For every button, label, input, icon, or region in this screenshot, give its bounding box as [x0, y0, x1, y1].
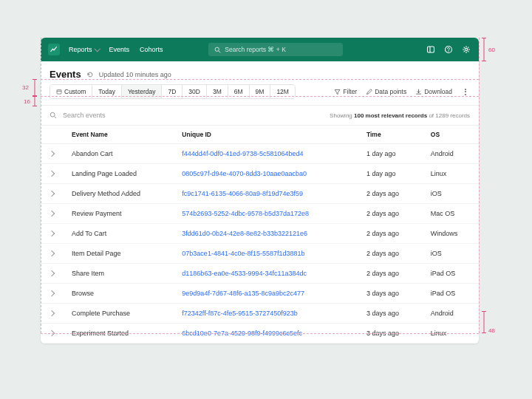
cell-os: iOS: [422, 244, 479, 264]
expand-toggle[interactable]: [41, 284, 63, 304]
cell-os: Windows: [422, 224, 479, 244]
table-row[interactable]: Browse9e9d9a4f-7d67-48f6-a135-8c9a9bc2c4…: [41, 284, 479, 304]
col-os[interactable]: OS: [422, 126, 479, 144]
svg-rect-2: [427, 47, 434, 52]
pencil-icon: [366, 89, 372, 95]
cell-event-name: Item Detail Page: [63, 244, 173, 264]
cell-unique-id[interactable]: 0805c97f-d94e-4070-8dd3-10aae0aacba0: [173, 164, 358, 184]
global-search[interactable]: Search reports ⌘ + K: [208, 43, 343, 56]
anno-toolbar-height: 32: [28, 79, 38, 96]
svg-line-1: [219, 51, 220, 52]
table-row[interactable]: Complete Purchasef72342ff-f87c-4fe5-9515…: [41, 304, 479, 324]
app-logo[interactable]: [48, 44, 60, 55]
cell-time: 1 day ago: [358, 164, 422, 184]
cell-unique-id[interactable]: 574b2693-5252-4dbc-9578-b5d37da172e8: [173, 204, 358, 224]
cell-os: Mac OS: [422, 204, 479, 224]
toolbar-right: Filter Data points Download: [334, 88, 470, 95]
cell-time: 2 days ago: [358, 184, 422, 204]
nav-reports[interactable]: Reports: [69, 46, 99, 53]
cell-os: iOS: [422, 184, 479, 204]
anno-guide: [41, 79, 479, 80]
table-row[interactable]: Item Detail Page07b3ace1-4841-4c0e-8f15-…: [41, 244, 479, 264]
cell-os: iPad OS: [422, 284, 479, 304]
cell-os: Android: [422, 304, 479, 324]
col-unique-id[interactable]: Unique ID: [173, 126, 358, 144]
cell-event-name: Abandon Cart: [63, 144, 173, 164]
updated-label: Updated 10 minutes ago: [99, 71, 171, 78]
expand-toggle[interactable]: [41, 224, 63, 244]
expand-toggle[interactable]: [41, 304, 63, 324]
search-icon: [50, 112, 57, 119]
svg-point-5: [448, 51, 449, 52]
cell-event-name: Landing Page Loaded: [63, 164, 173, 184]
cell-time: 2 days ago: [358, 224, 422, 244]
expand-toggle[interactable]: [41, 204, 63, 224]
table-row[interactable]: Abandon Cartf444dd4f-0df0-41ed-9738-5c58…: [41, 144, 479, 164]
cell-event-name: Add To Cart: [63, 224, 173, 244]
expand-toggle[interactable]: [41, 264, 63, 284]
expand-toggle[interactable]: [41, 184, 63, 204]
chevron-down-icon: [94, 46, 100, 52]
expand-toggle[interactable]: [41, 244, 63, 264]
cell-unique-id[interactable]: d1186b63-ea0e-4533-9994-34fc11a384dc: [173, 264, 358, 284]
anno-gap: 16: [28, 96, 38, 106]
cell-unique-id[interactable]: 07b3ace1-4841-4c0e-8f15-5587f1d3881b: [173, 244, 358, 264]
expand-toggle[interactable]: [41, 144, 63, 164]
page-title: Events: [50, 69, 81, 80]
cell-time: 3 days ago: [358, 304, 422, 324]
nav-events[interactable]: Events: [109, 46, 130, 53]
cell-unique-id[interactable]: f72342ff-f87c-4fe5-9515-3727450f923b: [173, 304, 358, 324]
cell-unique-id[interactable]: fc9c1741-6135-4066-80a9-8f19d74e3f59: [173, 184, 358, 204]
col-event-name[interactable]: Event Name: [63, 126, 173, 144]
events-table: Event Name Unique ID Time OS Abandon Car…: [41, 126, 479, 344]
toolbar: Custom Today Yesterday 7D 30D 3M 6M 9M 1…: [41, 84, 479, 106]
anno-guide: [479, 38, 480, 333]
nav-cohorts[interactable]: Cohorts: [140, 46, 163, 53]
filter-icon: [334, 89, 341, 95]
anno-guide: [41, 333, 479, 334]
topbar: Reports Events Cohorts Search reports ⌘ …: [41, 38, 479, 61]
cell-unique-id[interactable]: f444dd4f-0df0-41ed-9738-5c581064bed4: [173, 144, 358, 164]
table-row[interactable]: Share Itemd1186b63-ea0e-4533-9994-34fc11…: [41, 264, 479, 284]
expand-toggle[interactable]: [41, 164, 63, 184]
cell-time: 2 days ago: [358, 204, 422, 224]
svg-point-9: [50, 112, 55, 117]
anno-topbar-height: 60: [481, 38, 491, 61]
svg-line-10: [55, 117, 56, 118]
logo-icon: [50, 46, 58, 53]
table-row[interactable]: Landing Page Loaded0805c97f-d94e-4070-8d…: [41, 164, 479, 184]
cell-unique-id[interactable]: 9e9d9a4f-7d67-48f6-a135-8c9a9bc2c477: [173, 284, 358, 304]
download-icon: [415, 89, 422, 95]
col-time[interactable]: Time: [358, 126, 422, 144]
more-menu[interactable]: [461, 89, 470, 95]
global-search-placeholder: Search reports ⌘ + K: [225, 46, 285, 53]
cell-event-name: Browse: [63, 284, 173, 304]
event-search-row: Showing 100 most relevant records of 128…: [41, 106, 479, 126]
table-row[interactable]: Delivery Method Addedfc9c1741-6135-4066-…: [41, 184, 479, 204]
cell-event-name: Review Payment: [63, 204, 173, 224]
cell-time: 2 days ago: [358, 244, 422, 264]
event-search-input[interactable]: [63, 112, 324, 119]
download-button[interactable]: Download: [415, 88, 452, 95]
filter-button[interactable]: Filter: [334, 88, 357, 95]
cell-event-name: Delivery Method Added: [63, 184, 173, 204]
showing-count: Showing 100 most relevant records of 128…: [330, 112, 470, 119]
svg-rect-7: [57, 90, 61, 94]
date-range-group: Custom Today Yesterday 7D 30D 3M 6M 9M 1…: [50, 84, 296, 99]
datapoints-button[interactable]: Data points: [366, 88, 406, 95]
cell-os: Linux: [422, 164, 479, 184]
svg-point-0: [215, 47, 219, 51]
cell-event-name: Complete Purchase: [63, 304, 173, 324]
topbar-actions: [426, 44, 471, 55]
anno-guide: [41, 96, 479, 97]
svg-point-6: [465, 48, 467, 50]
table-row[interactable]: Review Payment574b2693-5252-4dbc-9578-b5…: [41, 204, 479, 224]
help-icon[interactable]: [443, 44, 454, 55]
settings-icon[interactable]: [461, 44, 471, 55]
table-row[interactable]: Add To Cart3fdd61d0-0b24-42e8-8e82-b33b3…: [41, 224, 479, 244]
cell-unique-id[interactable]: 3fdd61d0-0b24-42e8-8e82-b33b322121e6: [173, 224, 358, 244]
panel-icon[interactable]: [426, 44, 436, 55]
app-window: Reports Events Cohorts Search reports ⌘ …: [41, 38, 479, 344]
cell-time: 2 days ago: [358, 264, 422, 284]
refresh-icon[interactable]: [86, 71, 94, 78]
